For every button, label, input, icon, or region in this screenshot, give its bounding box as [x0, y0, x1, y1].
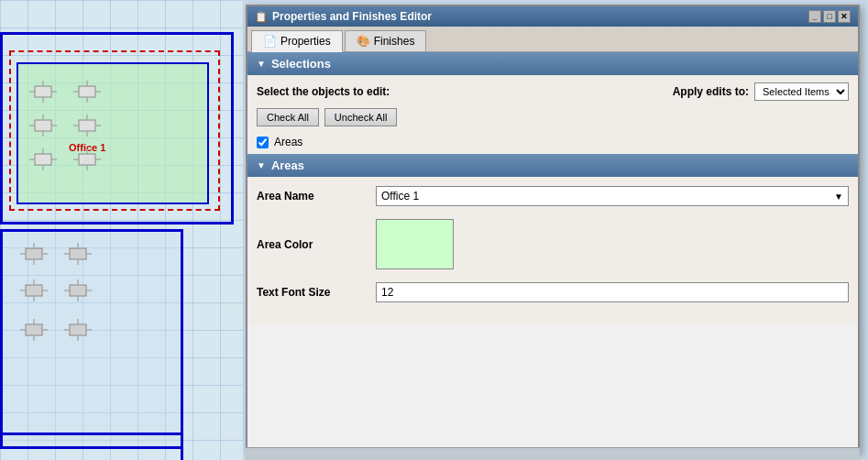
- properties-tab-label: Properties: [280, 35, 331, 48]
- properties-tab-icon: 📄: [263, 35, 277, 48]
- desk-icon: [20, 243, 48, 265]
- desk-icon: [73, 81, 101, 103]
- maximize-button[interactable]: □: [823, 10, 836, 23]
- text-font-size-row: Text Font Size 12: [257, 282, 849, 302]
- desk-icon: [20, 279, 48, 301]
- check-all-button[interactable]: Check All: [257, 108, 319, 126]
- titlebar-title-area: 📋 Properties and Finishes Editor: [255, 10, 432, 23]
- desk-icon: [64, 319, 92, 341]
- minimize-button[interactable]: _: [808, 10, 821, 23]
- svg-rect-15: [79, 120, 95, 131]
- svg-rect-35: [70, 248, 86, 259]
- tab-finishes[interactable]: 🎨 Finishes: [345, 30, 427, 51]
- areas-checkbox-row: Areas: [247, 132, 858, 152]
- dialog-titlebar: 📋 Properties and Finishes Editor _ □ ✕: [247, 6, 858, 27]
- selections-arrow-icon: ▼: [257, 59, 266, 69]
- desk-icon: [29, 148, 57, 170]
- areas-section-header: ▼ Areas: [247, 154, 858, 177]
- apply-edits-dropdown[interactable]: Selected Items All Items: [754, 82, 849, 101]
- select-objects-row: Select the objects to edit: Apply edits …: [247, 75, 858, 104]
- areas-header-label: Areas: [271, 159, 304, 172]
- selections-header-label: Selections: [271, 57, 331, 71]
- desk-icon: [29, 81, 57, 103]
- tab-bar: 📄 Properties 🎨 Finishes: [247, 27, 858, 52]
- area-color-label: Area Color: [257, 238, 376, 251]
- floor-plan: Office 1: [0, 0, 243, 460]
- dialog-icon: 📋: [255, 11, 268, 23]
- svg-rect-25: [79, 154, 95, 165]
- uncheck-all-button[interactable]: Uncheck All: [324, 108, 397, 126]
- areas-arrow-icon: ▼: [257, 160, 266, 170]
- area-name-dropdown[interactable]: Office 1 ▼: [376, 186, 849, 206]
- text-font-size-label: Text Font Size: [257, 286, 376, 299]
- area-name-value: Office 1: [381, 190, 834, 203]
- svg-rect-10: [35, 120, 51, 131]
- select-objects-label: Select the objects to edit:: [257, 85, 390, 98]
- status-bar: [246, 447, 860, 460]
- close-button[interactable]: ✕: [838, 10, 851, 23]
- titlebar-controls[interactable]: _ □ ✕: [808, 10, 851, 23]
- area-color-row: Area Color: [257, 219, 849, 269]
- text-font-size-input[interactable]: 12: [376, 282, 849, 302]
- svg-rect-45: [70, 285, 86, 296]
- selections-section-header: ▼ Selections: [247, 52, 858, 75]
- room-bottom-segment: [0, 433, 183, 460]
- area-name-row: Area Name Office 1 ▼: [257, 186, 849, 206]
- area-color-swatch[interactable]: [376, 219, 454, 269]
- area-name-label: Area Name: [257, 190, 376, 203]
- area-name-dropdown-icon: ▼: [834, 192, 843, 202]
- tab-properties[interactable]: 📄 Properties: [251, 30, 343, 52]
- finishes-tab-label: Finishes: [374, 35, 415, 48]
- desk-icon: [29, 115, 57, 137]
- desk-icon: [73, 148, 101, 170]
- desk-icon: [64, 279, 92, 301]
- svg-rect-0: [35, 86, 51, 97]
- svg-rect-40: [26, 285, 42, 296]
- areas-checkbox-label[interactable]: Areas: [274, 136, 302, 148]
- desk-icon: [64, 243, 92, 265]
- desk-icon: [20, 319, 48, 341]
- areas-form: Area Name Office 1 ▼ Area Color Text Fon…: [247, 177, 858, 324]
- buttons-row: Check All Uncheck All: [247, 104, 858, 132]
- desk-icon: [73, 115, 101, 137]
- dialog-title: Properties and Finishes Editor: [272, 10, 432, 23]
- apply-row: Apply edits to: Selected Items All Items: [673, 82, 849, 101]
- svg-rect-20: [35, 154, 51, 165]
- properties-finishes-dialog: 📋 Properties and Finishes Editor _ □ ✕ 📄…: [246, 5, 860, 454]
- svg-rect-50: [26, 324, 42, 335]
- apply-edits-label: Apply edits to:: [673, 85, 749, 98]
- areas-checkbox[interactable]: [257, 137, 269, 148]
- dialog-content: ▼ Selections Select the objects to edit:…: [247, 52, 858, 324]
- svg-rect-55: [70, 324, 86, 335]
- svg-rect-30: [26, 248, 42, 259]
- svg-rect-5: [79, 86, 95, 97]
- finishes-tab-icon: 🎨: [357, 35, 370, 48]
